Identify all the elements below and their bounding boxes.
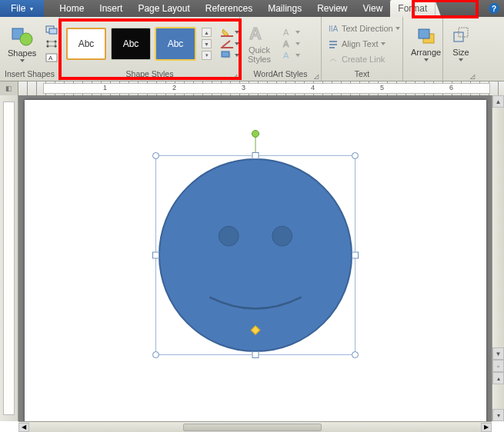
group-insert-shapes: Shapes A Insert Shapes [0,17,60,81]
gallery-down-icon[interactable]: ▼ [202,39,212,48]
edit-points-icon[interactable] [45,39,58,48]
next-page-icon[interactable]: ▾ [492,409,504,421]
style-thumb-2[interactable]: Abc [111,28,151,60]
create-link-button[interactable]: Create Link [325,52,402,66]
tab-format[interactable]: Format [390,0,435,17]
text-box-icon[interactable]: A [45,53,58,62]
align-text-icon [327,38,339,50]
group-arrange: Arrange [403,17,443,81]
resize-handle-br[interactable] [352,351,359,358]
page[interactable] [25,100,486,421]
shapes-gallery-button[interactable]: Shapes [3,22,41,65]
ribbon: Shapes A Insert Shapes Abc Abc Abc ▲ ▼ ▾ [0,17,504,81]
prev-page-icon[interactable]: ▴ [492,372,504,384]
style-thumb-1[interactable]: Abc [66,28,106,60]
group-label-size [446,69,474,80]
vertical-scrollbar[interactable]: ▲ ▼ ◦ ▴ ▾ [492,95,504,421]
ruler-num-4: 4 [311,84,315,91]
ruler-track[interactable]: 1 2 3 4 5 6 [18,81,504,95]
size-icon [451,26,471,46]
ruler-num-1: 1 [103,84,107,91]
tab-page-layout[interactable]: Page Layout [130,0,197,17]
group-label-shape-styles: Shape Styles [63,69,236,80]
resize-handle-bl[interactable] [152,351,159,358]
tab-mailings[interactable]: Mailings [260,0,309,17]
style-thumb-3[interactable]: Abc [155,28,195,60]
arrange-icon [416,26,437,46]
scroll-thumb[interactable] [183,424,322,431]
arrange-button[interactable]: Arrange [406,23,446,65]
chevron-down-icon: ▾ [30,5,33,12]
gallery-up-icon[interactable]: ▲ [202,28,212,37]
text-direction-label: Text Direction [342,24,393,33]
tab-references[interactable]: References [198,0,260,17]
create-link-label: Create Link [342,55,385,64]
ruler-num-2: 2 [172,84,176,91]
horizontal-scrollbar[interactable]: ◀ ▶ [18,421,492,432]
text-fill-button[interactable]: A [282,28,305,37]
resize-handle-l[interactable] [152,252,159,259]
resize-handle-b[interactable] [252,351,259,358]
group-label-text: Text [325,69,399,80]
tab-file[interactable]: File▾ [0,0,44,17]
shape-style-gallery: Abc Abc Abc ▲ ▼ ▾ [63,25,215,63]
align-text-button[interactable]: Align Text [325,37,402,51]
tab-file-label: File [11,3,25,14]
resize-handle-t[interactable] [252,152,259,159]
gallery-scroller: ▲ ▼ ▾ [202,28,212,60]
svg-rect-23 [419,29,429,38]
svg-rect-20 [329,44,337,45]
scroll-up-icon[interactable]: ▲ [492,95,504,108]
help-icon[interactable]: ? [489,3,499,14]
size-button[interactable]: Size [446,23,476,65]
quick-styles-button[interactable]: A Quick Styles [243,21,275,67]
svg-rect-11 [221,47,233,48]
chevron-down-icon [235,42,239,45]
resize-handle-r[interactable] [352,252,359,259]
svg-rect-13 [222,52,229,57]
v-ruler-track[interactable] [3,101,15,415]
svg-text:A: A [48,55,53,61]
tab-home[interactable]: Home [52,0,92,17]
scroll-down-icon[interactable]: ▼ [492,347,504,360]
rotation-handle[interactable] [252,130,259,138]
ruler-num-6: 6 [449,84,453,91]
resize-handle-tr[interactable] [352,152,359,159]
document-area[interactable] [18,95,492,421]
edit-shape-icon[interactable] [45,25,58,35]
svg-text:A: A [283,28,289,37]
chevron-down-icon [295,31,300,34]
svg-text:A: A [249,24,262,43]
ruler-num-5: 5 [380,84,384,91]
svg-point-1 [20,33,32,45]
text-outline-button[interactable]: A [282,39,305,48]
svg-point-28 [272,226,292,246]
svg-text:IIA: IIA [329,25,339,33]
text-direction-icon: IIA [327,22,339,35]
group-size: Size [443,17,477,81]
scroll-right-icon[interactable]: ▶ [481,423,492,432]
svg-rect-19 [329,41,337,42]
selection-frame[interactable] [155,155,355,355]
tab-extension [435,0,441,17]
svg-point-26 [159,159,351,351]
group-wordart-styles: A Quick Styles A A A WordArt Styles [240,17,322,81]
chevron-down-icon [459,58,463,61]
text-direction-button[interactable]: IIA Text Direction [325,22,402,35]
browse-object-icon[interactable]: ◦ [492,360,504,372]
ruler-corner: ◧ [0,81,18,95]
gallery-more-icon[interactable]: ▾ [202,51,212,60]
tab-view[interactable]: View [355,0,391,17]
shapes-icon [11,25,34,47]
resize-handle-tl[interactable] [152,152,159,159]
scroll-left-icon[interactable]: ◀ [18,423,29,432]
tab-review[interactable]: Review [309,0,355,17]
horizontal-ruler: ◧ 1 2 3 4 5 6 [0,81,504,95]
text-effects-button[interactable]: A [282,51,305,60]
svg-rect-21 [329,47,335,48]
svg-text:A: A [283,51,289,60]
tab-insert[interactable]: Insert [92,0,130,17]
chevron-down-icon [235,31,239,34]
group-label-insert-shapes: Insert Shapes [3,69,56,80]
chevron-down-icon [396,27,400,30]
